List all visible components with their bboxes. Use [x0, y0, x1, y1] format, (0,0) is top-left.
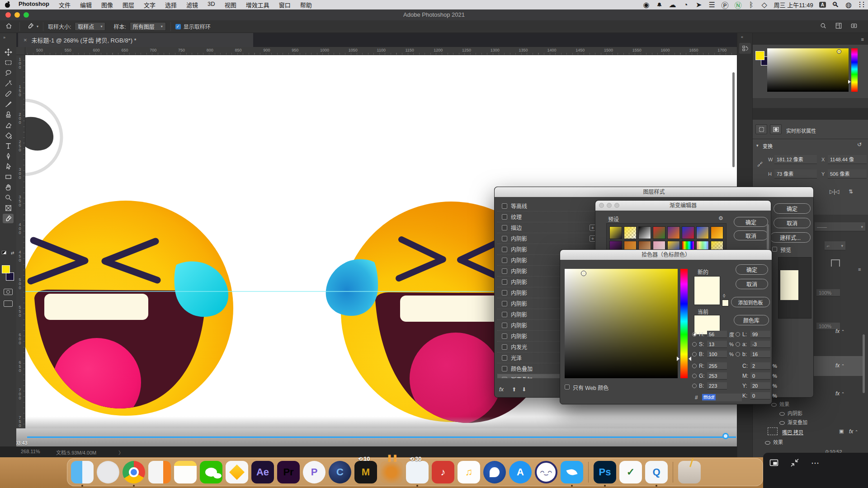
menu-图像[interactable]: 图像	[101, 0, 113, 9]
dock-notes[interactable]	[174, 461, 197, 483]
preview-checkbox[interactable]	[772, 247, 777, 252]
eraser-tool[interactable]	[3, 120, 14, 130]
menu-图层[interactable]: 图层	[123, 0, 134, 9]
picker-radio[interactable]	[692, 342, 697, 347]
menu-帮助[interactable]: 帮助	[300, 0, 312, 9]
quick-mask-button[interactable]	[4, 289, 13, 295]
status-chevron[interactable]: 〉	[118, 449, 123, 456]
flip-horizontal-icon[interactable]: ▷|◁	[830, 188, 840, 195]
effect-checkbox[interactable]	[502, 236, 507, 241]
hue-marker-left[interactable]	[677, 357, 679, 361]
menu-视图[interactable]: 视图	[225, 0, 236, 9]
effect-checkbox[interactable]	[502, 355, 507, 361]
menu-bar-clock[interactable]: 周三 上午11:49	[774, 0, 813, 9]
bluetooth-icon[interactable]: ᛒ	[748, 1, 755, 9]
dock-launchpad[interactable]	[97, 461, 119, 483]
ok-button[interactable]: 确定	[774, 203, 811, 214]
dialog-traffic-lights[interactable]	[599, 203, 619, 208]
history-panel-icon[interactable]	[739, 43, 751, 54]
dock-mx-app[interactable]: M10	[354, 461, 377, 483]
canvas-scrollbar[interactable]	[732, 72, 735, 167]
blend-mode-select[interactable]: ——▾	[815, 222, 865, 231]
layers-scrollbar[interactable]	[863, 334, 865, 393]
layer-link-icon[interactable]: ▣	[839, 428, 844, 434]
width-field[interactable]: 181.12 像素	[774, 155, 817, 164]
dock-eagle[interactable]	[483, 461, 506, 483]
effect-checkbox[interactable]	[502, 214, 507, 220]
default-colors-icon[interactable]	[2, 251, 6, 254]
dock-trash[interactable]	[678, 461, 701, 483]
picker-value-field[interactable]: 0	[750, 372, 770, 380]
type-tool[interactable]	[3, 141, 14, 150]
web-only-checkbox[interactable]	[565, 385, 570, 389]
clone-stamp-tool[interactable]	[3, 110, 14, 119]
close-tab-icon[interactable]: ×	[24, 37, 27, 43]
eyedropper-tool[interactable]	[3, 214, 14, 223]
gradient-preset-3[interactable]	[638, 226, 651, 239]
dock-recording-indicator[interactable]: ❚❚	[380, 461, 403, 483]
spot-healing-tool[interactable]	[3, 89, 14, 99]
dialog-title[interactable]: 渐变编辑器	[595, 201, 771, 211]
dock-chat-app[interactable]: ◠‿◠	[535, 461, 557, 483]
picker-value-field[interactable]: 99	[750, 331, 770, 338]
color-library-button[interactable]: 颜色库	[734, 315, 769, 325]
layer-fx-badge[interactable]: fx ⌃	[835, 390, 844, 397]
effect-checkbox[interactable]	[502, 279, 507, 285]
effect-row-等高线[interactable]: 等高线	[497, 201, 599, 211]
picker-value-field[interactable]: 2	[750, 362, 770, 370]
tool-preset-caret[interactable]: ▾	[37, 24, 38, 28]
flip-vertical-icon[interactable]: ⇅	[849, 188, 853, 195]
opacity-field[interactable]: 100%	[816, 289, 840, 296]
gradient-preset-5[interactable]	[667, 226, 680, 239]
live-shape-icon[interactable]	[755, 124, 767, 134]
reset-transform-icon[interactable]: ↺	[857, 141, 862, 148]
dock-dingtalk[interactable]	[561, 461, 583, 483]
move-effect-up-icon[interactable]: ⬆	[512, 386, 516, 393]
picker-radio[interactable]	[736, 332, 740, 337]
pip-icon[interactable]	[769, 458, 778, 469]
minimize-icon[interactable]	[790, 458, 799, 469]
input-method-indicator[interactable]: A	[819, 2, 826, 8]
eyedropper-tool-icon[interactable]	[27, 23, 34, 31]
picker-value-field[interactable]: 255	[707, 362, 727, 370]
picker-value-field[interactable]: -3	[750, 341, 770, 348]
horizontal-ruler[interactable]: 5005506006507007508008509009501000105011…	[16, 47, 737, 55]
effect-checkbox[interactable]	[502, 258, 507, 263]
picker-radio[interactable]	[736, 352, 740, 357]
search-icon[interactable]: 🔍︎	[832, 1, 839, 9]
menu-滤镜[interactable]: 滤镜	[186, 0, 198, 9]
web-safe-swatch[interactable]	[722, 300, 729, 306]
control-center-icon[interactable]: ᎒᎒	[858, 1, 865, 9]
picker-value-field[interactable]: 20	[750, 382, 770, 389]
menu-选择[interactable]: 选择	[165, 0, 177, 9]
height-field[interactable]: 73 像素	[774, 169, 817, 178]
foreground-color-swatch[interactable]	[755, 51, 764, 60]
layer-fx-badge[interactable]: fx ⌃	[849, 428, 858, 435]
dock-chrome[interactable]	[123, 461, 145, 483]
effects-tree-item[interactable]: 效果	[771, 400, 789, 408]
siri-icon[interactable]: ◍	[845, 1, 852, 9]
zoom-tool[interactable]	[3, 193, 14, 202]
timeline-progress-line[interactable]	[27, 436, 736, 438]
color-marker[interactable]	[581, 271, 586, 276]
dock-photoshop[interactable]: Ps	[594, 461, 616, 483]
hand-tool[interactable]	[3, 183, 14, 192]
dock-finder[interactable]	[71, 461, 94, 483]
dock-netease-music[interactable]: ♪	[432, 461, 454, 483]
ok-button[interactable]: 确定	[734, 217, 768, 227]
picker-radio[interactable]	[692, 352, 697, 357]
gradient-preset-4[interactable]	[653, 226, 665, 239]
x-field[interactable]: 1148.44 像	[828, 155, 867, 164]
mask-icon[interactable]	[770, 124, 782, 134]
effect-checkbox[interactable]	[502, 290, 507, 296]
gradient-preset-1[interactable]	[609, 226, 622, 239]
visibility-eye-icon[interactable]	[779, 412, 785, 416]
picker-value-field[interactable]: 13	[707, 341, 727, 348]
dialog-title[interactable]: 图层样式	[495, 187, 813, 197]
picker-value-field[interactable]: 16	[750, 351, 770, 358]
menu-增效工具[interactable]: 增效工具	[246, 0, 269, 9]
effect-checkbox[interactable]	[502, 312, 507, 317]
meter-icon[interactable]: ◔	[682, 1, 689, 9]
color-field[interactable]	[767, 48, 849, 92]
bell-icon[interactable]: 🔔︎	[656, 1, 663, 9]
